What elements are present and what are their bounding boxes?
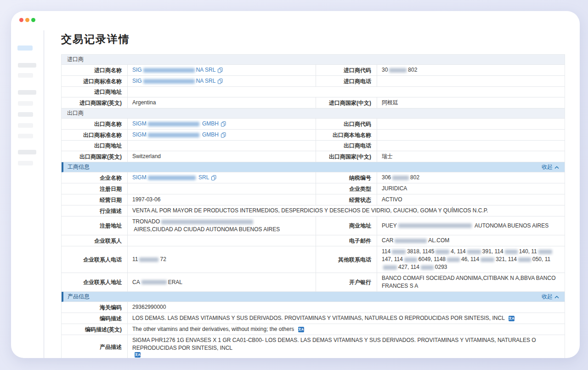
field-label: 进口商标准名称 [62, 76, 128, 86]
entity-link[interactable]: GMBH [201, 120, 219, 128]
entity-link[interactable]: SIGM [132, 131, 147, 139]
field-label: 进口商地址 [62, 87, 128, 97]
field-label: 出口商本地名称 [316, 130, 377, 140]
sidebar-item-active[interactable] [17, 46, 33, 51]
redacted-text [161, 220, 253, 224]
field-label: 企业名称 [62, 172, 128, 183]
value-text: 72 [160, 256, 166, 263]
chevron-up-icon [554, 294, 559, 300]
value-text: 050, 11 [532, 256, 550, 263]
collapse-toggle[interactable]: 收起 [542, 163, 559, 171]
redacted-text [395, 239, 427, 243]
field-label: 注册地址 [62, 216, 128, 235]
value-text: PUEY [382, 222, 397, 230]
sidebar-item[interactable] [18, 90, 36, 95]
field-label: 商业地址 [316, 216, 377, 235]
table-row: 出口商地址出口商电话 [62, 141, 565, 151]
redacted-text [143, 68, 195, 73]
sidebar-item[interactable] [18, 134, 33, 138]
value-text: JURIDICA [382, 185, 407, 193]
table-row: 进口商地址 [62, 87, 565, 97]
sidebar-item[interactable] [18, 123, 33, 128]
entity-link[interactable]: GMBH [201, 131, 219, 139]
value-text: 30 [382, 66, 388, 74]
value-text: SIGMA PHR1276 1G ENVASES X 1 GR CA01-CB0… [132, 336, 560, 352]
redacted-text [389, 68, 407, 73]
table-row: 海关编码29362990000 [62, 302, 565, 313]
translate-icon[interactable]: 文A [135, 352, 141, 358]
copy-icon[interactable] [221, 132, 226, 138]
field-value: SIGMA PHR1276 1G ENVASES X 1 GR CA01-CB0… [128, 335, 565, 358]
translate-icon[interactable]: 文A [509, 316, 514, 321]
entity-link[interactable]: NA SRL [196, 77, 216, 85]
sidebar-item[interactable] [18, 63, 36, 68]
table-row: 编码描述LOS DEMAS. LAS DEMAS VITAMINAS Y SUS… [62, 313, 565, 324]
redacted-text [467, 250, 481, 254]
entity-link[interactable]: SIGM [132, 120, 147, 128]
field-value: 阿根廷 [377, 97, 565, 108]
redacted-text [398, 223, 472, 228]
section-header-business-info: 工商信息收起 [62, 162, 565, 172]
value-text: 306 [382, 174, 391, 182]
value-text: BANCO COMAFI SOCIEDAD ANONIMA,CITIBANK N… [382, 274, 560, 290]
collapse-toggle[interactable]: 收起 [542, 293, 559, 301]
field-value: 1143818, 11454, 114391, 114140, 11147, 1… [377, 246, 565, 273]
redacted-text [148, 176, 196, 180]
field-value: 1997-03-06 [128, 194, 316, 205]
sidebar-item[interactable] [18, 150, 36, 154]
sidebar-item[interactable] [18, 73, 33, 78]
section-header-product-info: 产品信息收起 [62, 292, 565, 302]
field-value [377, 119, 565, 129]
entity-link[interactable]: SIG [132, 66, 142, 74]
field-value: PUEY AUTONOMA BUENOS AIRES [377, 216, 565, 235]
field-label: 编码描述 [62, 313, 128, 324]
value-text: 114 [382, 248, 390, 256]
table-row: 行业描述VENTA AL POR MAYOR DE PRODUCTOS INTE… [62, 205, 565, 216]
value-text: TRONADO [132, 218, 160, 226]
field-label: 注册日期 [62, 183, 128, 194]
sidebar-item[interactable] [18, 161, 33, 165]
field-value: SIGM GMBH [128, 130, 316, 140]
field-value: SIGM GMBH [128, 119, 316, 129]
value-text: 瑞士 [382, 153, 393, 160]
field-value: BANCO COMAFI SOCIEDAD ANONIMA,CITIBANK N… [377, 273, 565, 291]
copy-icon[interactable] [211, 175, 216, 181]
sidebar-divider [43, 30, 45, 358]
value-text: CAR [382, 237, 393, 245]
table-row: 产品描述SIGMA PHR1276 1G ENVASES X 1 GR CA01… [62, 335, 565, 358]
value-text: 321, 114 [496, 256, 517, 263]
sidebar-item[interactable] [18, 112, 33, 117]
entity-link[interactable]: NA SRL [196, 66, 216, 74]
value-text: AL.COM [428, 237, 449, 245]
copy-icon[interactable] [218, 79, 223, 84]
value-text: ERAL [168, 279, 182, 286]
entity-link[interactable]: SIGM [132, 174, 147, 182]
field-value: SIGNA SRL [128, 65, 316, 75]
value-text: 46, 114 [461, 256, 479, 263]
copy-icon[interactable] [221, 121, 226, 127]
section-title: 出口商 [67, 109, 84, 117]
field-value [377, 130, 565, 140]
field-value: Argentina [128, 97, 316, 108]
value-text: 1997-03-06 [132, 196, 160, 204]
entity-link[interactable]: SRL [197, 174, 209, 182]
table-row: 经营日期1997-03-06经营状态ACTIVO [62, 194, 565, 205]
field-label: 其他联系电话 [316, 246, 377, 273]
field-value [128, 235, 316, 246]
sidebar-item[interactable] [18, 101, 33, 106]
entity-link[interactable]: SIG [132, 77, 142, 85]
translate-icon[interactable]: 文A [298, 327, 304, 332]
table-row: 企业联系人电子邮件CARAL.COM [62, 235, 565, 246]
copy-icon[interactable] [218, 68, 223, 73]
field-value [128, 141, 316, 151]
redacted-text [481, 257, 494, 262]
value-text: Switzerland [132, 153, 161, 160]
field-value: VENTA AL POR MAYOR DE PRODUCTOS INTERMED… [128, 205, 565, 216]
value-text: 427, 114 [398, 263, 419, 271]
redacted-text [505, 250, 518, 254]
field-label: 进口商代码 [316, 65, 377, 75]
redacted-text [447, 257, 460, 262]
field-label: 出口商代码 [316, 119, 377, 129]
field-value: TRONADO AIRES,CIUDAD AD CIUDAD AUTONOMA … [128, 216, 316, 235]
field-label: 出口商地址 [62, 141, 128, 151]
